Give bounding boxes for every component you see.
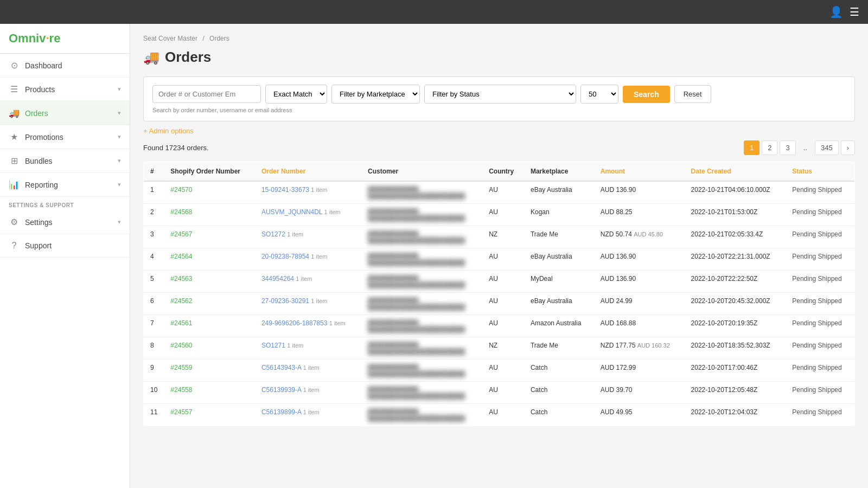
shopify-order-link[interactable]: #24557 bbox=[170, 408, 192, 416]
row-date: 2022-10-20T12:05:48Z bbox=[685, 382, 786, 404]
row-amount: AUD 136.90 bbox=[594, 271, 685, 293]
shopify-order-link[interactable]: #24561 bbox=[170, 319, 192, 327]
customer-name: ████████████ bbox=[368, 253, 476, 259]
item-count: 1 item bbox=[311, 187, 327, 193]
col-order-number[interactable]: Order Number bbox=[255, 162, 361, 182]
row-order: SO1272 1 item bbox=[255, 226, 361, 248]
row-date: 2022-10-20T22:22:50Z bbox=[685, 271, 786, 293]
reset-button[interactable]: Reset bbox=[674, 85, 711, 103]
sidebar-item-label: Settings bbox=[25, 218, 53, 227]
shopify-order-link[interactable]: #24563 bbox=[170, 275, 192, 282]
amount-main: AUD 172.99 bbox=[601, 364, 636, 371]
order-number-link[interactable]: SO1271 bbox=[261, 342, 285, 349]
row-status: Pending Shipped bbox=[786, 248, 854, 271]
row-marketplace: eBay Australia bbox=[524, 181, 594, 204]
order-number-link[interactable]: 27-09236-30291 bbox=[261, 297, 309, 305]
row-amount: AUD 49.95 bbox=[594, 404, 685, 426]
shopify-order-link[interactable]: #24570 bbox=[170, 186, 192, 194]
shopify-order-link[interactable]: #24560 bbox=[170, 342, 192, 349]
sidebar-item-label: Support bbox=[25, 241, 52, 250]
row-order: C56143943-A 1 item bbox=[255, 359, 361, 382]
sidebar-item-reporting[interactable]: 📊 Reporting ▾ bbox=[0, 173, 130, 197]
row-date: 2022-10-21T04:06:10.000Z bbox=[685, 181, 786, 204]
sidebar-item-dashboard[interactable]: ⊙ Dashboard bbox=[0, 54, 130, 78]
order-number-link[interactable]: 344954264 bbox=[261, 275, 294, 282]
exact-match-select[interactable]: Exact Match Contains bbox=[265, 85, 327, 104]
row-order: 249-9696206-1887853 1 item bbox=[255, 315, 361, 337]
order-number-link[interactable]: 249-9696206-1887853 bbox=[261, 319, 327, 327]
customer-name: ████████████ bbox=[368, 297, 476, 304]
col-date-created[interactable]: Date Created bbox=[685, 162, 786, 182]
shopify-order-link[interactable]: #24567 bbox=[170, 230, 192, 238]
row-marketplace: Kogan bbox=[524, 204, 594, 226]
sidebar-item-products[interactable]: ☰ Products ▾ bbox=[0, 78, 130, 101]
row-status: Pending Shipped bbox=[786, 404, 854, 426]
row-customer: ████████████ ███████████████████████ bbox=[361, 359, 482, 382]
amount-main: NZD 50.74 bbox=[601, 230, 632, 238]
admin-options-link[interactable]: + Admin options bbox=[143, 127, 194, 135]
row-order: 344954264 1 item bbox=[255, 271, 361, 293]
search-input[interactable] bbox=[152, 85, 261, 103]
shopify-order-link[interactable]: #24564 bbox=[170, 253, 192, 260]
row-amount: NZD 177.75 AUD 160.32 bbox=[594, 337, 685, 359]
order-number-link[interactable]: 20-09238-78954 bbox=[261, 253, 309, 260]
row-date: 2022-10-20T18:35:52.303Z bbox=[685, 337, 786, 359]
order-number-link[interactable]: C56139899-A bbox=[261, 408, 301, 416]
bundles-icon: ⊞ bbox=[9, 156, 20, 166]
sidebar: Omniv·re ⊙ Dashboard ☰ Products ▾ 🚚 Orde… bbox=[0, 24, 130, 488]
settings-section-label: SETTINGS & SUPPORT bbox=[0, 197, 130, 210]
page-1-button[interactable]: 1 bbox=[744, 140, 760, 155]
row-shopify: #24562 bbox=[164, 293, 255, 315]
menu-icon[interactable]: ☰ bbox=[850, 5, 859, 18]
status-select[interactable]: Filter by Status Pending Shipped Shipped… bbox=[424, 85, 576, 104]
customer-email: ███████████████████████ bbox=[368, 237, 476, 243]
per-page-select[interactable]: 50 25 100 bbox=[580, 85, 618, 104]
order-number-link[interactable]: C56139939-A bbox=[261, 386, 301, 394]
row-num: 6 bbox=[144, 293, 164, 315]
marketplace-select[interactable]: Filter by Marketplace eBay Australia Ama… bbox=[331, 85, 420, 104]
row-amount: AUD 39.70 bbox=[594, 382, 685, 404]
breadcrumb-parent[interactable]: Seat Cover Master bbox=[143, 35, 197, 42]
chevron-down-icon: ▾ bbox=[118, 133, 121, 140]
col-status[interactable]: Status bbox=[786, 162, 854, 182]
shopify-order-link[interactable]: #24558 bbox=[170, 386, 192, 394]
item-count: 1 item bbox=[296, 275, 312, 282]
row-country: AU bbox=[482, 382, 524, 404]
user-icon[interactable]: 👤 bbox=[829, 5, 843, 18]
page-3-button[interactable]: 3 bbox=[780, 140, 795, 155]
row-order: C56139939-A 1 item bbox=[255, 382, 361, 404]
col-marketplace: Marketplace bbox=[524, 162, 594, 182]
sidebar-item-support[interactable]: ? Support bbox=[0, 234, 130, 258]
order-number-link[interactable]: SO1272 bbox=[261, 230, 285, 238]
page-2-button[interactable]: 2 bbox=[762, 140, 777, 155]
search-button[interactable]: Search bbox=[623, 86, 670, 103]
shopify-order-link[interactable]: #24562 bbox=[170, 297, 192, 305]
row-shopify: #24567 bbox=[164, 226, 255, 248]
sidebar-item-settings[interactable]: ⚙ Settings ▾ bbox=[0, 210, 130, 234]
order-number-link[interactable]: 15-09241-33673 bbox=[261, 186, 309, 194]
order-number-link[interactable]: AUSVM_JQUNN4DL bbox=[261, 208, 322, 216]
shopify-order-link[interactable]: #24559 bbox=[170, 364, 192, 371]
row-shopify: #24557 bbox=[164, 404, 255, 426]
orders-table: # Shopify Order Number Order Number Cust… bbox=[143, 162, 855, 426]
order-number-link[interactable]: C56143943-A bbox=[261, 364, 301, 371]
next-page-button[interactable]: › bbox=[841, 140, 855, 155]
row-shopify: #24558 bbox=[164, 382, 255, 404]
item-count: 1 item bbox=[303, 364, 320, 371]
row-status: Pending Shipped bbox=[786, 204, 854, 226]
sidebar-item-promotions[interactable]: ★ Promotions ▾ bbox=[0, 125, 130, 149]
row-num: 10 bbox=[144, 382, 164, 404]
page-345-button[interactable]: 345 bbox=[815, 140, 839, 155]
row-customer: ████████████ ███████████████████████ bbox=[361, 204, 482, 226]
row-customer: ████████████ ███████████████████████ bbox=[361, 271, 482, 293]
shopify-order-link[interactable]: #24568 bbox=[170, 208, 192, 216]
sidebar-item-bundles[interactable]: ⊞ Bundles ▾ bbox=[0, 149, 130, 173]
customer-email: ███████████████████████ bbox=[368, 326, 476, 332]
amount-main: AUD 24.99 bbox=[601, 297, 633, 305]
item-count: 1 item bbox=[303, 387, 320, 393]
sidebar-item-orders[interactable]: 🚚 Orders ▾ bbox=[0, 101, 130, 125]
col-amount[interactable]: Amount bbox=[594, 162, 685, 182]
customer-name: ████████████ bbox=[368, 408, 476, 415]
row-country: NZ bbox=[482, 337, 524, 359]
row-shopify: #24561 bbox=[164, 315, 255, 337]
